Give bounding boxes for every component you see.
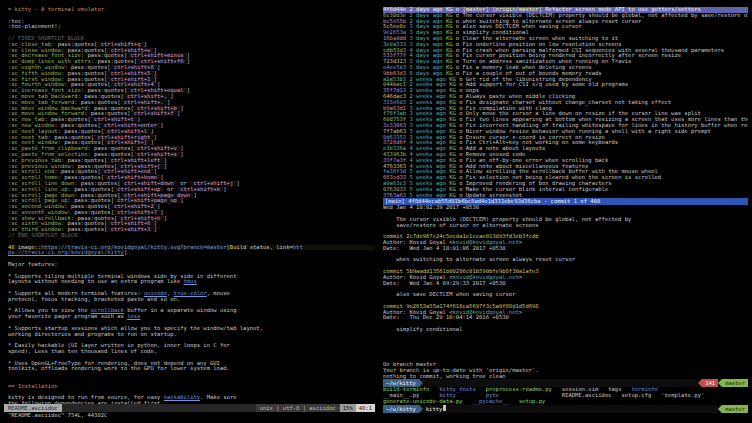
shell-prompt-1[interactable]: ~/w/kitty 141 master xyxy=(383,379,748,387)
git-status: On branch masterYour branch is up-to-dat… xyxy=(383,362,748,379)
kitty-terminal: = kitty - A terminal emulator:toc::toc-p… xyxy=(0,0,752,423)
log-line: simplify conditional xyxy=(383,327,748,333)
statusline-fileinfo: unix | utf-8 | asciidoc xyxy=(256,404,340,412)
commit-list[interactable]: 4f8d44e 2 days ago KG o [master] [origin… xyxy=(383,7,748,198)
shell-prompt-2[interactable]: ~/w/kitty kitty master xyxy=(383,405,748,413)
prompt-cwd-segment: ~/w/kitty xyxy=(383,405,419,413)
statusline-spacer xyxy=(62,404,256,412)
git-branch-badge: master xyxy=(722,405,748,413)
statusline-percent: 15% xyxy=(340,404,356,412)
log-view[interactable]: Wed Jan 4 10:02:39 2017 +0530 The cursor… xyxy=(383,205,748,333)
command-text[interactable]: kitty xyxy=(423,405,443,413)
statusline-filename: README.asciidoc xyxy=(4,404,62,412)
ls-output: build-terminfo kitty_tests preprocess-re… xyxy=(383,387,748,404)
exit-code-badge: 141 xyxy=(702,379,718,387)
shell-window[interactable]: On branch masterYour branch is up-to-dat… xyxy=(383,362,748,419)
prompt-spacer xyxy=(423,379,698,387)
vim-cmdline: "README.asciidoc" 754L, 44382C xyxy=(8,412,375,419)
tig-statusbar: [main] 4f8d44ecab55d01b6bc8ad4e1d331ebc9… xyxy=(383,198,748,205)
statusline-position: 48:1 xyxy=(356,404,375,412)
vim-window[interactable]: = kitty - A terminal emulator:toc::toc-p… xyxy=(4,4,375,419)
git-branch-badge: master xyxy=(722,379,748,387)
prompt-cwd-segment: ~/w/kitty xyxy=(383,379,419,387)
vim-statusline: README.asciidoc unix | utf-8 | asciidoc … xyxy=(4,404,375,412)
vim-buffer[interactable]: = kitty - A terminal emulator:toc::toc-p… xyxy=(8,7,375,407)
right-pane: 4f8d44e 2 days ago KG o [master] [origin… xyxy=(380,4,748,419)
prompt-spacer xyxy=(446,405,718,413)
tig-window[interactable]: 4f8d44e 2 days ago KG o [master] [origin… xyxy=(383,7,748,359)
